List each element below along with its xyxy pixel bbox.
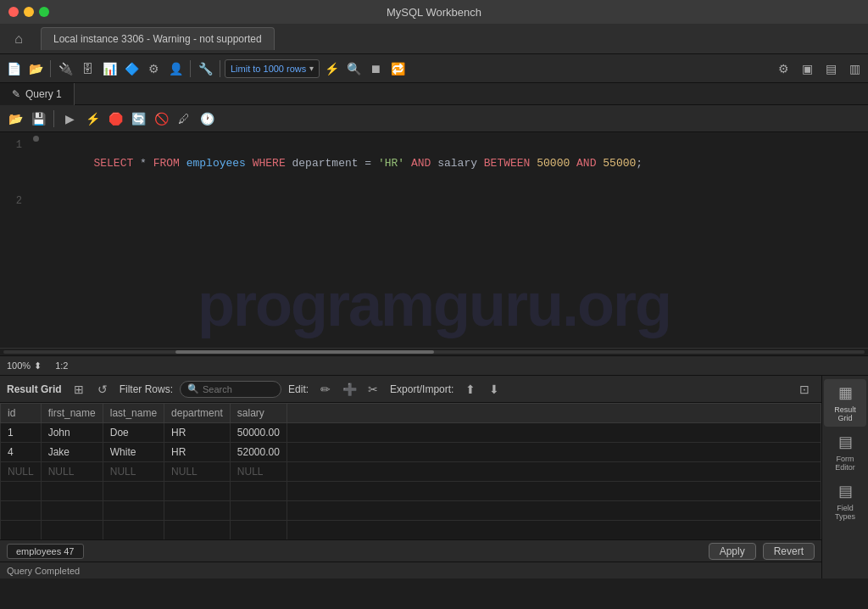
wrench-icon[interactable]: 🔧: [195, 59, 215, 79]
export-icon[interactable]: ⬆: [460, 379, 481, 399]
users-icon[interactable]: 👤: [165, 59, 186, 79]
result-table-wrap[interactable]: id first_name last_name department salar…: [0, 403, 821, 539]
edit-row-icon[interactable]: ✏: [315, 379, 336, 399]
col-header-salary[interactable]: salary: [230, 404, 287, 423]
table-row[interactable]: 1JohnDoeHR50000.00: [1, 423, 821, 443]
cell-id[interactable]: 1: [1, 423, 42, 443]
search-input[interactable]: [203, 384, 279, 394]
editor-scrollbar[interactable]: [0, 349, 868, 355]
explain-icon[interactable]: 🔍: [343, 59, 364, 79]
col-header-first-name[interactable]: first_name: [41, 404, 103, 423]
table-null-row: NULLNULLNULLNULLNULL: [1, 462, 821, 482]
cell-salary[interactable]: 50000.00: [230, 423, 287, 443]
cell-department[interactable]: HR: [164, 443, 231, 462]
empty-cell: [41, 521, 103, 540]
toolbar-separator-3: [220, 60, 220, 77]
empty-cell: [230, 482, 287, 501]
limit-dropdown[interactable]: Limit to 1000 rows ▾: [225, 59, 320, 78]
sidebar-form-editor-label: FormEditor: [835, 455, 855, 472]
open-file-icon[interactable]: 📂: [25, 59, 46, 79]
maximize-button[interactable]: [39, 7, 49, 17]
close-button[interactable]: [8, 7, 19, 17]
view3-icon[interactable]: ▥: [844, 59, 865, 79]
table-tab[interactable]: employees 47: [7, 544, 84, 559]
result-grid-tab[interactable]: Result Grid: [7, 383, 62, 395]
home-icon: ⌂: [14, 31, 23, 47]
result-main: Result Grid ⊞ ↺ Filter Rows: 🔍 Edit: ✏ ➕…: [0, 376, 821, 578]
stop-query-icon[interactable]: 🛑: [105, 109, 125, 129]
settings-area: ⚙ ▣ ▤ ▥: [773, 59, 865, 79]
table-icon[interactable]: 📊: [99, 59, 120, 79]
clear-icon[interactable]: 🚫: [151, 109, 171, 129]
col-header-department[interactable]: department: [164, 404, 231, 423]
sidebar-result-grid-label: ResultGrid: [834, 405, 856, 422]
refresh-icon[interactable]: 🔄: [128, 109, 148, 129]
import-icon[interactable]: ⬇: [484, 379, 504, 399]
view1-icon[interactable]: ▣: [797, 59, 817, 79]
routine-icon[interactable]: ⚙: [143, 59, 164, 79]
zoom-control[interactable]: 100% ⬍: [7, 360, 42, 372]
code-line-2: 2: [0, 192, 868, 210]
table-empty-row: [1, 482, 821, 501]
cell-department[interactable]: HR: [164, 423, 231, 443]
code-line-1: 1 SELECT * FROM employees WHERE departme…: [0, 136, 868, 192]
view2-icon[interactable]: ▤: [821, 59, 841, 79]
stop-icon[interactable]: ⏹: [365, 59, 386, 79]
sidebar-form-editor-button[interactable]: ▤ FormEditor: [824, 428, 866, 476]
query-tab-1[interactable]: ✎ Query 1: [0, 83, 75, 105]
empty-cell: [103, 501, 164, 521]
code-content-1: SELECT * FROM employees WHERE department…: [41, 136, 643, 192]
empty-cell: [164, 482, 231, 501]
home-button[interactable]: ⌂: [0, 24, 37, 54]
result-grid-icon: ▦: [838, 383, 853, 402]
expand-icon[interactable]: ⊡: [794, 379, 815, 399]
refresh-result-icon[interactable]: ↺: [92, 379, 113, 399]
connect-icon[interactable]: 🔌: [55, 59, 75, 79]
revert-button[interactable]: Revert: [763, 543, 815, 560]
right-sidebar: ▦ ResultGrid ▤ FormEditor ▤ FieldTypes: [821, 376, 868, 578]
schema-icon[interactable]: 🔷: [121, 59, 142, 79]
null-cell-first_name: NULL: [41, 462, 103, 482]
db-icon[interactable]: 🗄: [77, 59, 97, 79]
open-query-icon[interactable]: 📂: [5, 109, 25, 129]
empty-cell: [103, 521, 164, 540]
beautify-icon[interactable]: 🖊: [174, 109, 194, 129]
cell-last_name[interactable]: Doe: [103, 423, 164, 443]
cell-first_name[interactable]: John: [41, 423, 103, 443]
connection-tab[interactable]: Local instance 3306 - Warning - not supp…: [41, 27, 275, 50]
chevron-down-icon: ▾: [309, 64, 314, 73]
search-box[interactable]: 🔍: [180, 381, 281, 398]
cell-last_name[interactable]: White: [103, 443, 164, 462]
sidebar-result-grid-button[interactable]: ▦ ResultGrid: [824, 379, 866, 427]
empty-cell: [103, 482, 164, 501]
null-cell-extra: [287, 462, 821, 482]
grid-view-icon[interactable]: ⊞: [69, 379, 89, 399]
run-selected-icon[interactable]: ⚡: [82, 109, 103, 129]
format-icon[interactable]: 🔁: [387, 59, 408, 79]
run-all-icon[interactable]: ▶: [59, 109, 80, 129]
save-query-icon[interactable]: 💾: [28, 109, 48, 129]
run-icon[interactable]: ⚡: [321, 59, 342, 79]
history-icon[interactable]: 🕐: [197, 109, 217, 129]
delete-row-icon[interactable]: ✂: [363, 379, 383, 399]
scrollbar-thumb[interactable]: [175, 350, 434, 354]
code-editor[interactable]: 1 SELECT * FROM employees WHERE departme…: [0, 132, 868, 349]
col-header-id[interactable]: id: [1, 404, 42, 423]
zoom-chevron-icon: ⬍: [34, 360, 42, 372]
cell-id[interactable]: 4: [1, 443, 42, 462]
col-header-last-name[interactable]: last_name: [103, 404, 164, 423]
apply-button[interactable]: Apply: [709, 543, 756, 560]
cell-first_name[interactable]: Jake: [41, 443, 103, 462]
settings-icon[interactable]: ⚙: [773, 59, 793, 79]
sidebar-field-types-label: FieldTypes: [835, 504, 855, 521]
scrollbar-track[interactable]: [3, 350, 865, 354]
cell-extra: [287, 443, 821, 462]
new-file-icon[interactable]: 📄: [3, 59, 24, 79]
search-icon: 🔍: [187, 383, 199, 394]
cell-salary[interactable]: 52000.00: [230, 443, 287, 462]
table-row[interactable]: 4JakeWhiteHR52000.00: [1, 443, 821, 462]
sidebar-field-types-button[interactable]: ▤ FieldTypes: [824, 478, 866, 525]
minimize-button[interactable]: [24, 7, 34, 17]
window-title: MySQL Workbench: [387, 6, 481, 19]
add-row-icon[interactable]: ➕: [339, 379, 359, 399]
